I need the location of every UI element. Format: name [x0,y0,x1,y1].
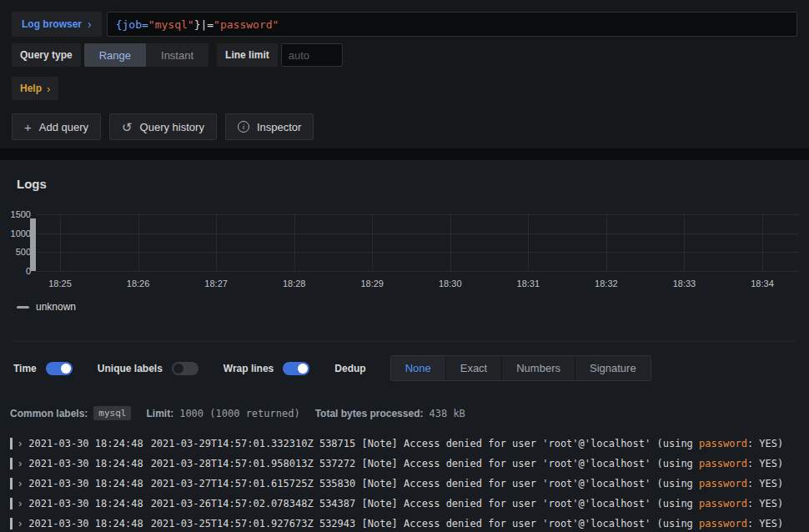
log-timestamp: 2021-03-30 18:24:48 [28,477,143,490]
log-message-text: : YES) [747,518,783,529]
expand-chevron-icon[interactable]: › [18,477,22,490]
history-icon: ↺ [122,121,133,133]
x-tick-label: 18:31 [517,279,540,289]
log-match-highlight: password [699,458,747,469]
common-labels-label: Common labels: [10,408,88,419]
log-level-bar [10,458,13,469]
expand-chevron-icon[interactable]: › [18,497,22,510]
time-toggle[interactable] [46,362,73,375]
query-editor-section: Log browser › {job= "mysql" }|= "passwor… [0,0,809,148]
log-timestamp: 2021-03-30 18:24:48 [28,437,143,450]
log-controls: Time Unique labels Wrap lines Dedup None… [13,341,796,381]
log-row[interactable]: › 2021-03-30 18:24:48 2021-03-26T14:57:0… [0,494,809,514]
inspector-button[interactable]: i Inspector [225,113,314,140]
x-tick-label: 18:28 [283,279,306,289]
help-button[interactable]: Help › [12,77,58,100]
log-rows: › 2021-03-30 18:24:48 2021-03-29T14:57:0… [0,434,809,532]
line-limit-input[interactable] [281,43,343,67]
query-token-string: "mysql" [148,18,194,31]
wrap-lines-label: Wrap lines [224,363,274,374]
log-match-highlight: password [699,498,747,509]
plus-icon: + [24,121,32,133]
x-tick-label: 18:30 [439,279,462,289]
log-message-text: : YES) [747,498,783,509]
unique-labels-toggle[interactable] [172,362,198,375]
wrap-lines-toggle[interactable] [283,362,309,375]
limit-label: Limit: [146,408,173,419]
log-message-text: : YES) [747,478,783,489]
dedup-numbers[interactable]: Numbers [501,356,575,380]
chart-bar-unknown [30,218,36,271]
log-message-text: : YES) [747,458,783,469]
dedup-signature[interactable]: Signature [575,356,651,380]
caret-right-icon: › [47,83,50,95]
y-tick-label: 1000 [11,228,31,238]
expand-chevron-icon[interactable]: › [18,437,22,450]
bytes-processed-value: 438 kB [429,408,465,419]
y-tick-label: 500 [16,247,31,257]
x-tick-label: 18:33 [673,279,696,289]
query-type-range[interactable]: Range [84,43,146,67]
log-level-bar [10,498,13,509]
info-icon: i [238,121,249,133]
add-query-button[interactable]: + Add query [12,113,101,140]
query-history-button[interactable]: ↺ Query history [109,113,217,140]
log-browser-label: Log browser [22,18,82,30]
legend-label-unknown[interactable]: unknown [36,301,76,313]
expand-chevron-icon[interactable]: › [18,457,22,470]
toggle-knob [61,364,71,374]
log-meta: Common labels: mysql Limit: 1000 (1000 r… [10,406,799,420]
log-level-bar [10,478,13,489]
log-match-highlight: password [699,478,747,489]
query-token-operator: }|= [194,18,214,31]
log-message: 2021-03-28T14:57:01.958013Z 537272 [Note… [151,457,784,470]
bytes-processed-label: Total bytes processed: [315,408,424,419]
x-tick-label: 18:26 [127,279,150,289]
y-tick-label: 1500 [11,209,31,219]
log-message: 2021-03-26T14:57:02.078348Z 534387 [Note… [151,497,784,510]
dedup-none[interactable]: None [391,356,445,380]
log-message: 2021-03-27T14:57:01.615725Z 535830 [Note… [151,477,784,490]
log-row[interactable]: › 2021-03-30 18:24:48 2021-03-28T14:57:0… [0,454,809,474]
toggle-knob [298,364,308,374]
query-token-selector: {job= [116,18,148,31]
log-message-text: 2021-03-29T14:57:01.332310Z 538715 [Note… [151,438,699,449]
x-tick-label: 18:27 [204,279,228,289]
x-tick-label: 18:34 [751,279,774,289]
chart-x-axis: 18:2518:2618:2718:2818:2918:3018:3118:32… [37,271,799,293]
chart-plot[interactable] [37,214,799,271]
legend-swatch-unknown [17,306,29,309]
caret-right-icon: › [88,18,92,31]
log-message: 2021-03-25T14:57:01.927673Z 532943 [Note… [151,517,784,530]
log-message: 2021-03-29T14:57:01.332310Z 538715 [Note… [151,437,784,450]
log-message-text: 2021-03-26T14:57:02.078348Z 534387 [Note… [151,498,699,509]
log-timestamp: 2021-03-30 18:24:48 [28,517,143,530]
time-label: Time [13,363,37,374]
query-type-label: Query type [12,43,81,67]
dedup-label: Dedup [334,363,365,374]
x-tick-label: 18:32 [595,279,618,289]
dedup-radio-group: None Exact Numbers Signature [390,355,651,381]
explore-view: Log browser › {job= "mysql" }|= "passwor… [0,0,809,532]
query-token-string: "password" [214,18,279,31]
log-row[interactable]: › 2021-03-30 18:24:48 2021-03-29T14:57:0… [0,434,809,454]
panel-title: Logs [0,160,809,191]
dedup-exact[interactable]: Exact [445,356,502,380]
log-row[interactable]: › 2021-03-30 18:24:48 2021-03-25T14:57:0… [0,514,809,532]
log-timestamp: 2021-03-30 18:24:48 [28,457,143,470]
log-match-highlight: password [699,438,747,449]
expand-chevron-icon[interactable]: › [18,517,22,530]
query-type-radio-group: Range Instant [84,43,209,67]
log-message-text: 2021-03-27T14:57:01.615725Z 535830 [Note… [151,478,699,489]
query-history-label: Query history [140,121,204,133]
log-row[interactable]: › 2021-03-30 18:24:48 2021-03-27T14:57:0… [0,474,809,494]
help-label: Help [20,83,42,94]
log-browser-button[interactable]: Log browser › [12,12,102,37]
line-limit-label: Line limit [217,43,278,67]
query-input[interactable]: {job= "mysql" }|= "password" [107,12,797,37]
query-type-instant[interactable]: Instant [146,43,209,67]
inspector-label: Inspector [257,121,301,133]
log-message-text: 2021-03-28T14:57:01.958013Z 537272 [Note… [151,458,699,469]
unique-labels-label: Unique labels [98,363,163,374]
log-timestamp: 2021-03-30 18:24:48 [28,497,143,510]
